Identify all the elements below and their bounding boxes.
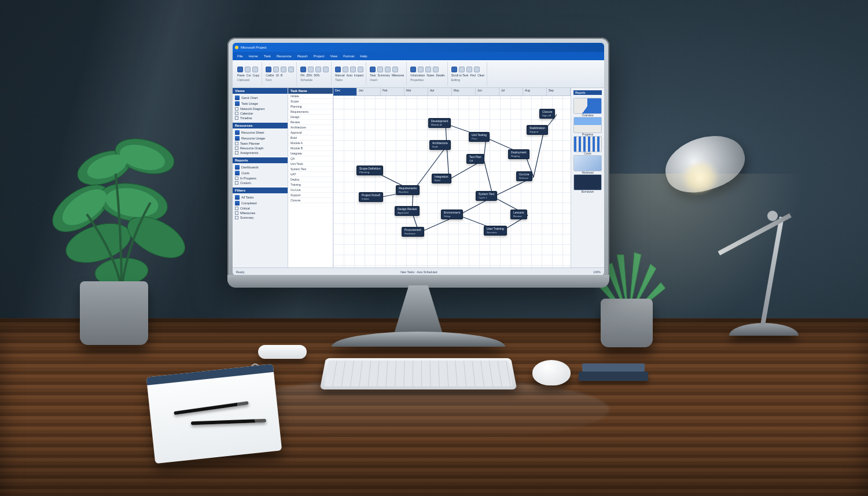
diagram-node[interactable]: Unit TestingPass	[469, 132, 490, 142]
ribbon-button-icon[interactable]	[323, 67, 329, 72]
ribbon-button-icon[interactable]	[266, 67, 271, 72]
ribbon-button-icon[interactable]	[335, 67, 341, 72]
task-row[interactable]: Planning	[288, 104, 333, 109]
ribbon-button[interactable]: Copy	[253, 74, 260, 77]
task-row[interactable]: Design	[288, 115, 333, 120]
sidebar-item[interactable]: Dashboards	[235, 164, 285, 170]
diagram-node[interactable]: EnvironmentSetup	[441, 210, 463, 219]
menu-task[interactable]: Task	[264, 54, 271, 58]
ribbon-button[interactable]: Calibri	[266, 74, 274, 77]
diagram-node[interactable]: RequirementsBaseline	[396, 185, 420, 195]
ribbon-button-icon[interactable]	[300, 67, 306, 72]
ribbon-button[interactable]: Auto	[347, 74, 352, 77]
diagram-node[interactable]: Design ReviewApproved	[395, 206, 420, 216]
ribbon-button-icon[interactable]	[377, 67, 383, 72]
diagram-node[interactable]: Go-LiveRelease	[516, 171, 532, 181]
ribbon-button-icon[interactable]	[315, 67, 321, 72]
ribbon-button[interactable]: Inspect	[354, 74, 363, 77]
task-row[interactable]: Training	[288, 182, 333, 188]
task-row[interactable]: Deploy	[288, 177, 333, 182]
ribbon-button-icon[interactable]	[425, 67, 431, 72]
ribbon-button-icon[interactable]	[474, 67, 480, 72]
timeline-column-header[interactable]: Feb	[381, 88, 404, 95]
timeline-column-header[interactable]: May	[452, 88, 476, 95]
diagram-node[interactable]: ArchitectureDraft	[429, 140, 451, 150]
sidebar-item[interactable]: Network Diagram	[235, 106, 285, 111]
sidebar-item[interactable]: Resource Graph	[235, 146, 285, 150]
ribbon-button[interactable]: 25%	[307, 74, 312, 77]
diagram-node[interactable]: Test PlanQA	[466, 154, 484, 164]
ribbon-button-icon[interactable]	[451, 67, 457, 72]
menu-format[interactable]: Format	[343, 54, 354, 58]
report-thumbnail[interactable]	[573, 98, 602, 114]
ribbon-button[interactable]: Details	[436, 74, 444, 77]
timeline-column-header[interactable]: Aug	[523, 88, 547, 95]
ribbon-button[interactable]: Paste	[237, 74, 245, 77]
ribbon-button[interactable]: Cut	[247, 74, 251, 77]
ribbon-button[interactable]: Task	[370, 74, 376, 77]
ribbon-button-icon[interactable]	[308, 67, 314, 72]
report-thumbnail[interactable]	[573, 117, 602, 133]
diagram-node[interactable]: DeploymentStaging	[508, 149, 529, 159]
ribbon-button-icon[interactable]	[418, 67, 424, 72]
ribbon-button[interactable]: Summary	[378, 74, 390, 77]
diagram-node[interactable]: ClosureSign-off	[539, 109, 555, 119]
ribbon-button[interactable]: B	[281, 74, 282, 77]
sidebar-item[interactable]: Milestones	[235, 211, 285, 215]
ribbon-button[interactable]: Scroll to Task	[451, 74, 469, 77]
ribbon-button-icon[interactable]	[459, 67, 465, 72]
ribbon-button[interactable]: Milestone	[392, 74, 404, 77]
network-diagram-canvas[interactable]: DecJanFebMarAprMayJunJulAugSep Project K…	[333, 88, 571, 267]
menu-file[interactable]: File	[237, 54, 243, 58]
sidebar-item[interactable]: Assignments	[235, 150, 285, 155]
ribbon-button-icon[interactable]	[273, 67, 279, 72]
sidebar-item[interactable]: Resource Usage	[235, 135, 285, 141]
menu-help[interactable]: Help	[360, 54, 367, 58]
sidebar-item[interactable]: Custom	[235, 181, 285, 185]
task-row[interactable]: Unit Tests	[288, 161, 333, 167]
sidebar-item[interactable]: Task Usage	[235, 101, 285, 106]
task-row[interactable]: Module A	[288, 141, 333, 146]
ribbon-button-icon[interactable]	[433, 67, 439, 72]
task-row[interactable]: System Test	[288, 167, 333, 172]
diagram-node[interactable]: User TrainingSessions	[484, 226, 507, 236]
task-row[interactable]: Integrate	[288, 151, 333, 156]
task-row[interactable]: Review	[288, 120, 333, 125]
task-row[interactable]: Support	[288, 193, 333, 198]
ribbon-button[interactable]: 10	[275, 74, 279, 77]
ribbon-button-icon[interactable]	[358, 67, 363, 72]
sidebar-item[interactable]: Resource Sheet	[235, 130, 285, 135]
sidebar-item[interactable]: Team Planner	[235, 141, 285, 146]
timeline-column-header[interactable]: Mar	[404, 88, 428, 95]
task-row[interactable]: Build	[288, 135, 333, 141]
diagram-node[interactable]: IntegrationBuild	[432, 174, 451, 183]
diagram-node[interactable]: Project KickoffInitiate	[359, 192, 383, 202]
task-row[interactable]: Architecture	[288, 125, 333, 130]
ribbon-button-icon[interactable]	[385, 67, 391, 72]
timeline-column-header[interactable]: Sep	[547, 88, 571, 95]
ribbon-button-icon[interactable]	[288, 67, 294, 72]
sidebar-item[interactable]: Completed	[235, 200, 285, 206]
timeline-column-header[interactable]: Dec	[333, 88, 357, 95]
ribbon-button-icon[interactable]	[370, 67, 376, 72]
ribbon-button[interactable]: 0%	[300, 74, 304, 77]
diagram-node[interactable]: System TestCycle 1	[476, 191, 497, 201]
sidebar-item[interactable]: Timeline	[235, 116, 285, 120]
ribbon-button-icon[interactable]	[245, 67, 251, 72]
menu-resource[interactable]: Resource	[277, 54, 292, 58]
task-row[interactable]: Go-Live	[288, 188, 333, 193]
sidebar-item[interactable]: Calendar	[235, 111, 285, 116]
diagram-node[interactable]: DevelopmentModule A	[428, 118, 451, 128]
ribbon-button[interactable]: 50%	[314, 74, 320, 77]
sidebar-item[interactable]: Costs	[235, 170, 285, 176]
timeline-column-header[interactable]: Jun	[476, 88, 499, 95]
ribbon-button-icon[interactable]	[466, 67, 472, 72]
timeline-column-header[interactable]: Apr	[428, 88, 452, 95]
task-row[interactable]: Initiate	[288, 94, 333, 99]
sidebar-item[interactable]: All Tasks	[235, 194, 285, 200]
diagram-node[interactable]: Scope DefinitionPlanning	[356, 166, 383, 175]
timeline-column-header[interactable]: Jul	[499, 88, 523, 95]
ribbon-button-icon[interactable]	[350, 67, 356, 72]
ribbon-button[interactable]: Clear	[477, 74, 484, 77]
ribbon-button-icon[interactable]	[410, 67, 416, 72]
